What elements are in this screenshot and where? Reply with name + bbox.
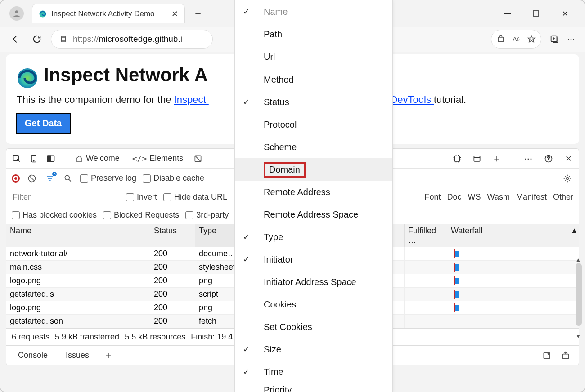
new-tab-button[interactable]: ＋ <box>190 6 206 21</box>
col-name[interactable]: Name <box>6 224 150 247</box>
drawer-issues[interactable]: Issues <box>61 348 94 363</box>
svg-rect-5 <box>498 37 504 42</box>
type-doc[interactable]: Doc <box>447 192 462 202</box>
menu-remote-address[interactable]: Remote Address <box>235 181 392 203</box>
type-wasm[interactable]: Wasm <box>487 192 510 202</box>
get-data-button[interactable]: Get Data <box>17 114 70 133</box>
link-inspect[interactable]: Inspect <box>174 94 209 105</box>
menu-priority[interactable]: Priority <box>235 383 392 392</box>
cell[interactable]: logo.png <box>6 274 150 288</box>
add-panel-icon[interactable]: ＋ <box>491 153 503 165</box>
menu-initiator-address-space[interactable]: Initiator Address Space <box>235 271 392 293</box>
search-icon[interactable] <box>62 173 74 184</box>
menu-status[interactable]: ✓Status <box>235 91 392 113</box>
toolbar-right: A)) ⋯ <box>491 30 577 49</box>
close-tab-icon[interactable]: ✕ <box>171 9 178 19</box>
svg-rect-3 <box>62 36 66 42</box>
tab-title: Inspect Network Activity Demo <box>51 9 155 18</box>
sources-icon[interactable] <box>192 153 204 165</box>
col-type[interactable]: Type <box>195 224 238 247</box>
favorite-icon[interactable] <box>526 33 537 45</box>
clear-icon[interactable] <box>26 173 38 184</box>
cell[interactable]: network-tutorial/ <box>6 247 150 261</box>
disable-cache[interactable]: Disable cache <box>143 174 204 183</box>
type-ws[interactable]: WS <box>468 192 481 202</box>
blocked-cookies-checkbox[interactable]: Has blocked cookies <box>12 210 97 220</box>
site-info-icon[interactable] <box>59 35 68 43</box>
close-icon[interactable]: ✕ <box>560 9 569 18</box>
menu-scheme[interactable]: Scheme <box>235 136 392 158</box>
svg-rect-15 <box>474 156 480 161</box>
record-icon[interactable] <box>12 174 20 183</box>
menu-time[interactable]: ✓Time <box>235 361 392 383</box>
toolbar-actions: A)) <box>491 30 541 49</box>
cell: 200 <box>150 261 195 274</box>
shopping-icon[interactable] <box>495 33 507 45</box>
more-icon[interactable]: ⋯ <box>566 33 577 45</box>
menu-url[interactable]: Url <box>235 45 392 68</box>
hide-data-urls-checkbox[interactable]: Hide data URL <box>163 192 227 202</box>
menu-type[interactable]: ✓Type <box>235 226 392 248</box>
tab-elements[interactable]: </> Elements <box>129 154 187 163</box>
application-icon[interactable] <box>471 153 483 165</box>
menu-remote-address-space[interactable]: Remote Address Space <box>235 203 392 226</box>
svg-point-22 <box>548 353 549 354</box>
menu-method[interactable]: Method <box>235 68 392 91</box>
drawer-add-icon[interactable]: ＋ <box>103 350 114 361</box>
collections-icon[interactable] <box>549 33 560 45</box>
blocked-requests-checkbox[interactable]: Blocked Requests <box>103 210 179 220</box>
tab-welcome[interactable]: Welcome <box>72 154 123 163</box>
cell: 200 <box>150 288 195 301</box>
cell: 200 <box>150 247 195 261</box>
menu-path[interactable]: Path <box>235 23 392 45</box>
type-manifest[interactable]: Manifest <box>516 192 547 202</box>
scrollbar[interactable] <box>576 263 582 326</box>
drawer-console[interactable]: Console <box>14 348 52 363</box>
devtools-more-icon[interactable]: ⋯ <box>523 153 535 165</box>
memory-icon[interactable] <box>451 153 463 165</box>
filter-icon[interactable]: ✕ <box>44 173 56 184</box>
minimize-icon[interactable]: — <box>503 9 512 18</box>
scroll-down-icon[interactable]: ▼ <box>576 333 581 339</box>
cell[interactable]: main.css <box>6 261 150 274</box>
maximize-icon[interactable] <box>531 9 540 18</box>
col-waterfall[interactable]: Waterfall▲ <box>447 224 579 247</box>
window-controls: — ✕ <box>503 9 585 18</box>
dock-side-icon[interactable] <box>45 153 57 165</box>
col-fulfilled[interactable]: Fulfilled … <box>405 224 447 247</box>
help-icon[interactable]: ? <box>543 153 554 165</box>
col-status[interactable]: Status <box>150 224 195 247</box>
menu-set-cookies[interactable]: Set Cookies <box>235 316 392 338</box>
cell[interactable]: getstarted.json <box>6 315 150 328</box>
refresh-icon[interactable] <box>29 31 45 47</box>
third-party-checkbox[interactable]: 3rd-party <box>185 210 229 220</box>
type-other[interactable]: Other <box>553 192 573 202</box>
drawer-expand-icon[interactable] <box>560 350 572 361</box>
cell[interactable]: getstarted.js <box>6 288 150 301</box>
inspect-element-icon[interactable] <box>11 153 22 165</box>
cell[interactable]: logo.png <box>6 301 150 315</box>
menu-initiator[interactable]: ✓Initiator <box>235 248 392 271</box>
svg-point-0 <box>15 10 18 13</box>
cell: png <box>195 301 238 315</box>
read-aloud-icon[interactable]: A)) <box>510 33 522 45</box>
menu-size[interactable]: ✓Size <box>235 338 392 361</box>
address-bar[interactable]: https://microsoftedge.github.i <box>51 30 213 49</box>
menu-protocol[interactable]: Protocol <box>235 113 392 136</box>
browser-tab[interactable]: Inspect Network Activity Demo ✕ <box>32 4 185 23</box>
type-font[interactable]: Font <box>425 192 441 202</box>
menu-cookies[interactable]: Cookies <box>235 293 392 316</box>
filter-input[interactable] <box>12 192 120 202</box>
preserve-log[interactable]: Preserve log <box>80 174 136 183</box>
menu-domain[interactable]: Domain <box>235 158 392 181</box>
drawer-errors-icon[interactable] <box>541 350 553 361</box>
network-settings-icon[interactable] <box>562 173 573 184</box>
profile-avatar[interactable] <box>9 6 24 21</box>
menu-name[interactable]: ✓Name <box>235 0 392 23</box>
scroll-up-icon[interactable]: ▲ <box>576 257 581 263</box>
devtools-close-icon[interactable]: ✕ <box>562 153 574 165</box>
invert-checkbox[interactable]: Invert <box>126 192 157 202</box>
device-emulation-icon[interactable] <box>28 153 40 165</box>
back-icon[interactable] <box>8 31 23 47</box>
cell: script <box>195 288 238 301</box>
